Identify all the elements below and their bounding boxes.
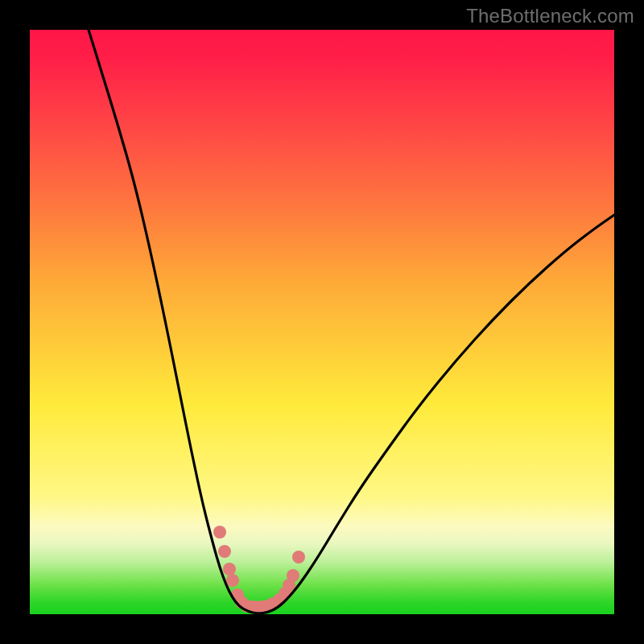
right-curve — [258, 215, 614, 613]
chart-svg — [30, 30, 614, 614]
markers-group — [213, 526, 305, 613]
watermark-text: TheBottleneck.com — [466, 5, 634, 27]
data-marker — [218, 545, 231, 558]
data-marker — [223, 563, 236, 576]
data-marker — [287, 569, 299, 582]
data-marker — [226, 574, 239, 587]
outer-frame: TheBottleneck.com — [0, 0, 644, 644]
left-curve — [89, 30, 258, 613]
data-marker — [213, 526, 226, 539]
data-marker — [292, 551, 305, 564]
